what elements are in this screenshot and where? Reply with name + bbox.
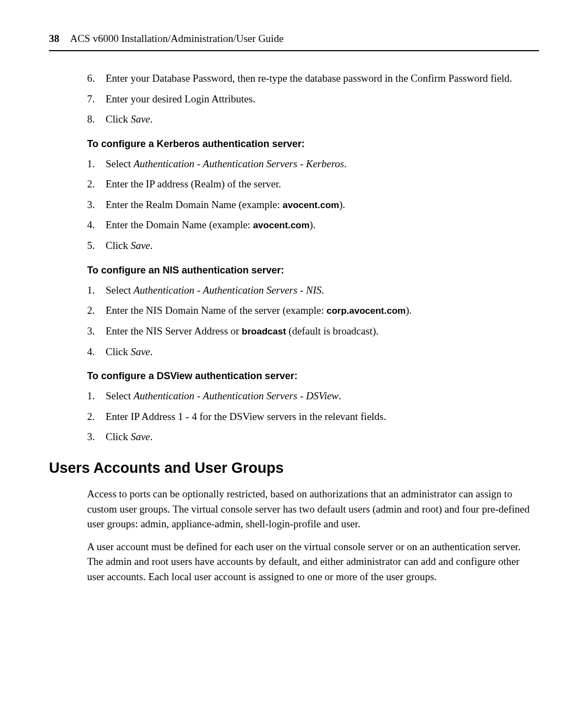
page-header: 38 ACS v6000 Installation/Administration… <box>49 33 539 51</box>
step-number: 6. <box>87 71 106 86</box>
step-text: Click Save. <box>106 112 539 127</box>
code-bold: avocent.com <box>283 200 339 210</box>
list-item: 1.Select Authentication - Authentication… <box>87 283 539 298</box>
emphasis: Authentication - Authentication Servers … <box>133 284 321 296</box>
list-item: 4.Click Save. <box>87 344 539 360</box>
section-heading-users: Users Accounts and User Groups <box>49 458 539 479</box>
step-number: 1. <box>87 156 106 172</box>
step-number: 7. <box>87 92 106 107</box>
step-text: Enter the NIS Server Address or broadcas… <box>106 324 539 339</box>
list-item: 3.Enter the NIS Server Address or broadc… <box>87 324 539 339</box>
list-item: 5.Click Save. <box>87 238 539 253</box>
step-number: 2. <box>87 409 106 424</box>
emphasis: Save <box>131 346 150 357</box>
proc-heading-dsview: To configure a DSView authentication ser… <box>87 369 539 383</box>
code-bold: corp.avocent.com <box>327 306 406 316</box>
body-paragraph: A user account must be defined for each … <box>87 539 539 585</box>
page-content: 6.Enter your Database Password, then re-… <box>87 71 539 584</box>
step-number: 3. <box>87 429 106 445</box>
list-item: 8.Click Save. <box>87 112 539 127</box>
step-number: 8. <box>87 112 106 127</box>
list-item: 2.Enter the IP address (Realm) of the se… <box>87 176 539 192</box>
step-list-nis: 1.Select Authentication - Authentication… <box>87 283 539 359</box>
step-list-kerberos: 1.Select Authentication - Authentication… <box>87 156 539 253</box>
list-item: 2.Enter the NIS Domain Name of the serve… <box>87 303 539 318</box>
step-number: 2. <box>87 303 106 318</box>
list-item: 6.Enter your Database Password, then re-… <box>87 71 539 86</box>
step-text: Click Save. <box>106 238 539 253</box>
step-number: 4. <box>87 217 106 233</box>
proc-heading-kerberos: To configure a Kerberos authentication s… <box>87 137 539 151</box>
page-number: 38 <box>49 33 59 44</box>
step-text: Click Save. <box>106 344 539 360</box>
list-item: 2.Enter IP Address 1 - 4 for the DSView … <box>87 409 539 424</box>
step-text: Enter the IP address (Realm) of the serv… <box>106 176 539 192</box>
proc-heading-nis: To configure an NIS authentication serve… <box>87 263 539 277</box>
step-text: Select Authentication - Authentication S… <box>106 388 539 404</box>
step-number: 4. <box>87 344 106 360</box>
code-bold: broadcast <box>242 326 286 337</box>
emphasis: Save <box>131 113 150 125</box>
list-item: 4.Enter the Domain Name (example: avocen… <box>87 217 539 233</box>
step-text: Enter your desired Login Attributes. <box>106 92 539 107</box>
step-list-dsview: 1.Select Authentication - Authentication… <box>87 388 539 445</box>
step-text: Enter the NIS Domain Name of the server … <box>106 303 539 318</box>
step-number: 5. <box>87 238 106 253</box>
body-paragraph: Access to ports can be optionally restri… <box>87 486 539 532</box>
emphasis: Save <box>131 431 150 442</box>
list-item: 1.Select Authentication - Authentication… <box>87 388 539 404</box>
running-header: ACS v6000 Installation/Administration/Us… <box>70 33 284 44</box>
step-text: Enter the Domain Name (example: avocent.… <box>106 217 539 233</box>
step-number: 1. <box>87 283 106 298</box>
step-text: Select Authentication - Authentication S… <box>106 283 539 298</box>
step-text: Click Save. <box>106 429 539 445</box>
step-text: Enter your Database Password, then re-ty… <box>106 71 539 86</box>
list-item: 1.Select Authentication - Authentication… <box>87 156 539 172</box>
step-text: Enter IP Address 1 - 4 for the DSView se… <box>106 409 539 424</box>
emphasis: Save <box>131 240 150 251</box>
emphasis: Authentication - Authentication Servers … <box>133 158 344 169</box>
list-item: 3.Enter the Realm Domain Name (example: … <box>87 197 539 212</box>
list-item: 7.Enter your desired Login Attributes. <box>87 92 539 107</box>
emphasis: Authentication - Authentication Servers … <box>133 390 339 401</box>
step-number: 1. <box>87 388 106 404</box>
code-bold: avocent.com <box>253 220 310 230</box>
step-number: 3. <box>87 324 106 339</box>
step-number: 2. <box>87 176 106 192</box>
list-item: 3.Click Save. <box>87 429 539 445</box>
step-list-continued: 6.Enter your Database Password, then re-… <box>87 71 539 127</box>
step-number: 3. <box>87 197 106 212</box>
document-page: 38 ACS v6000 Installation/Administration… <box>0 0 588 624</box>
step-text: Select Authentication - Authentication S… <box>106 156 539 172</box>
step-text: Enter the Realm Domain Name (example: av… <box>106 197 539 212</box>
